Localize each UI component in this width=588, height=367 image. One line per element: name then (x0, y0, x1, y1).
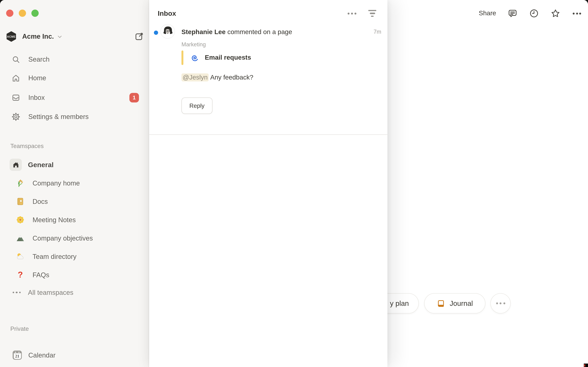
mountain-icon (16, 234, 25, 243)
page-link[interactable]: Email requests (182, 50, 381, 65)
inbox-icon (11, 93, 20, 102)
sidebar: ACME Acme Inc. (0, 0, 149, 367)
close-button[interactable] (6, 10, 13, 17)
workspace-icon: ACME (5, 31, 17, 42)
search-icon (11, 55, 20, 64)
cyclone-icon (190, 53, 199, 62)
notification-title-row: Stephanie Lee commented on a page 7m (182, 28, 381, 36)
page-docs[interactable]: Docs (4, 193, 145, 209)
sheaf-of-rice-icon (16, 179, 25, 188)
mention[interactable]: @Jeslyn (182, 73, 209, 82)
inbox-popover: Inbox (149, 0, 387, 367)
compose-button[interactable] (134, 32, 144, 42)
inbox-header: Inbox (149, 0, 387, 18)
notification-item[interactable]: Stephanie Lee commented on a page 7m Mar… (149, 18, 387, 114)
share-button[interactable]: Share (479, 10, 496, 17)
page-team-directory[interactable]: Team directory (4, 249, 145, 265)
sun-behind-cloud-icon (16, 252, 25, 261)
favorite-button[interactable] (551, 8, 561, 18)
reply-button[interactable]: Reply (182, 98, 213, 114)
notebook-icon (437, 299, 445, 308)
teamspaces-section-header[interactable]: Teamspaces (10, 143, 44, 150)
svg-text:ACME: ACME (7, 35, 16, 38)
page-calendar[interactable]: 21 Calendar (4, 347, 145, 363)
inbox-more-button[interactable] (348, 12, 356, 14)
sidebar-item-settings[interactable]: Settings & members (4, 108, 145, 125)
comment-text: @Jeslyn Any feedback? (182, 73, 381, 82)
page-title: Email requests (205, 54, 251, 62)
page-company-objectives[interactable]: Company objectives (4, 230, 145, 246)
inbox-filter-button[interactable] (368, 10, 376, 17)
teamspace-general[interactable]: General (4, 157, 145, 173)
filter-icon (368, 10, 376, 11)
screen-corner-artifact (584, 364, 588, 367)
template-pill-journal[interactable]: Journal (424, 293, 485, 314)
workspace-row: ACME Acme Inc. (5, 30, 144, 43)
minimize-button[interactable] (19, 10, 26, 17)
ledger-icon (16, 197, 25, 206)
sidebar-item-search[interactable]: Search (4, 51, 145, 67)
traffic-lights (6, 10, 39, 17)
workspace-switcher[interactable]: ACME Acme Inc. (5, 31, 63, 42)
gear-icon (11, 112, 20, 121)
notification-title: Stephanie Lee commented on a page (182, 28, 292, 36)
question-mark-icon: ? (16, 270, 25, 280)
inbox-title: Inbox (158, 9, 176, 18)
compose-icon (134, 32, 144, 42)
sidebar-item-home[interactable]: Home (4, 70, 145, 86)
notification-context: Marketing (182, 41, 381, 47)
comment-icon (508, 8, 518, 18)
more-options-button[interactable] (572, 8, 582, 18)
unread-dot (154, 31, 158, 35)
notification-time: 7m (374, 28, 381, 35)
star-icon (551, 8, 561, 18)
notification-divider (149, 134, 387, 135)
workspace-name: Acme Inc. (22, 33, 54, 41)
ellipsis-icon (13, 292, 21, 293)
blossom-icon (16, 215, 25, 225)
inbox-unread-badge: 1 (130, 93, 139, 102)
screen: ACME Acme Inc. (0, 0, 588, 367)
templates-more-button[interactable] (491, 293, 511, 314)
app-window: ACME Acme Inc. (0, 0, 588, 367)
history-button[interactable] (529, 8, 539, 18)
home-icon (11, 74, 20, 83)
zoom-button[interactable] (31, 10, 39, 17)
page-meeting-notes[interactable]: Meeting Notes (4, 212, 145, 228)
all-teamspaces-button[interactable]: All teamspaces (4, 284, 145, 300)
sidebar-item-inbox[interactable]: Inbox 1 (4, 90, 145, 106)
clock-icon (529, 8, 539, 18)
chevron-down-icon (57, 33, 63, 40)
quote-bar (182, 50, 183, 65)
house-badge-icon (10, 159, 22, 171)
comments-button[interactable] (508, 8, 518, 18)
private-section-header[interactable]: Private (10, 325, 29, 332)
page-company-home[interactable]: Company home (4, 175, 145, 191)
calendar-icon: 21 (13, 351, 22, 360)
page-faqs[interactable]: ? FAQs (4, 267, 145, 283)
avatar (161, 25, 174, 38)
